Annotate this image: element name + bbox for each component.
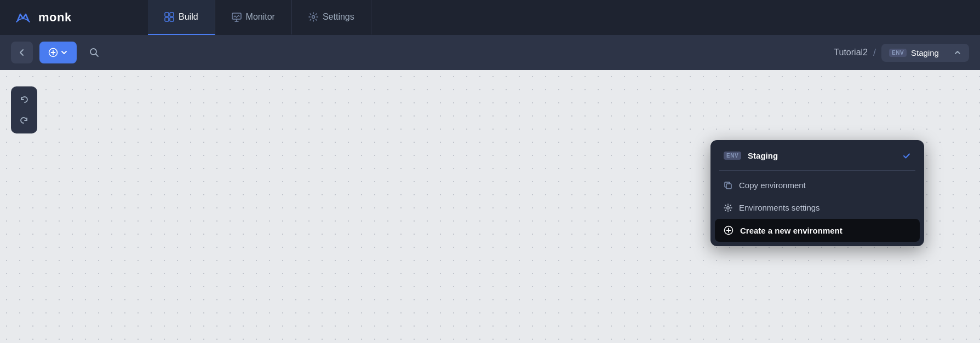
env-name: Staging — [911, 48, 939, 57]
dropdown-item-create-new[interactable]: Create a new environment — [715, 219, 920, 242]
tab-build[interactable]: Build — [148, 0, 215, 35]
svg-rect-5 — [232, 13, 241, 19]
undo-button[interactable] — [14, 90, 34, 109]
dropdown-staging-label: Staging — [748, 151, 778, 160]
nav-tabs: Build Monitor Settings — [148, 0, 371, 35]
settings-gear-icon — [724, 204, 732, 212]
copy-icon — [724, 181, 732, 190]
check-icon — [902, 152, 911, 160]
dropdown-item-env-settings[interactable]: Environments settings — [715, 196, 920, 219]
toolbar: Tutorial2 / ENV Staging — [0, 35, 980, 70]
dropdown-item-copy-env[interactable]: Copy environment — [715, 174, 920, 196]
tab-settings-label: Settings — [323, 12, 354, 22]
svg-rect-2 — [170, 13, 174, 16]
logo-icon — [13, 8, 33, 27]
svg-rect-9 — [726, 184, 731, 189]
app-logo-text: monk — [38, 10, 72, 25]
float-actions — [11, 86, 37, 133]
top-navigation: monk Build Monitor — [0, 0, 980, 35]
monitor-icon — [232, 12, 242, 22]
plus-icon — [48, 48, 58, 57]
logo-area: monk — [0, 8, 148, 27]
tab-monitor-label: Monitor — [246, 12, 275, 22]
dropdown-item-staging[interactable]: ENV Staging — [715, 144, 920, 167]
create-button[interactable] — [39, 42, 77, 63]
chevron-down-icon — [60, 49, 68, 56]
breadcrumb: Tutorial2 / ENV Staging — [834, 44, 969, 62]
settings-icon — [308, 12, 318, 22]
breadcrumb-separator: / — [873, 47, 876, 59]
dropdown-copy-label: Copy environment — [739, 181, 806, 190]
back-icon — [18, 48, 26, 57]
tab-settings[interactable]: Settings — [292, 0, 371, 35]
tab-monitor[interactable]: Monitor — [215, 0, 292, 35]
svg-rect-1 — [165, 13, 169, 16]
env-badge: ENV — [889, 49, 907, 57]
breadcrumb-project: Tutorial2 — [834, 48, 868, 57]
build-icon — [164, 12, 174, 22]
svg-point-8 — [90, 49, 96, 55]
dropdown-settings-label: Environments settings — [739, 203, 820, 212]
tab-build-label: Build — [179, 12, 198, 22]
redo-button[interactable] — [14, 111, 34, 130]
search-icon — [89, 47, 100, 58]
undo-icon — [20, 95, 28, 104]
environment-dropdown: ENV Staging Copy environment Environment… — [710, 140, 924, 246]
canvas-area: ENV Staging Copy environment Environment… — [0, 70, 980, 343]
environment-selector[interactable]: ENV Staging — [881, 44, 969, 62]
svg-point-6 — [312, 16, 314, 19]
svg-rect-4 — [170, 18, 174, 21]
back-button[interactable] — [11, 42, 33, 63]
dropdown-env-badge: ENV — [724, 152, 741, 160]
chevron-up-icon — [954, 49, 961, 56]
dropdown-create-label: Create a new environment — [740, 226, 843, 235]
dropdown-divider-1 — [719, 170, 915, 171]
env-selector-left: ENV Staging — [889, 48, 939, 57]
create-env-icon — [724, 225, 733, 235]
search-button[interactable] — [83, 42, 105, 63]
svg-rect-3 — [165, 18, 169, 21]
svg-point-10 — [727, 206, 730, 209]
redo-icon — [20, 116, 28, 125]
